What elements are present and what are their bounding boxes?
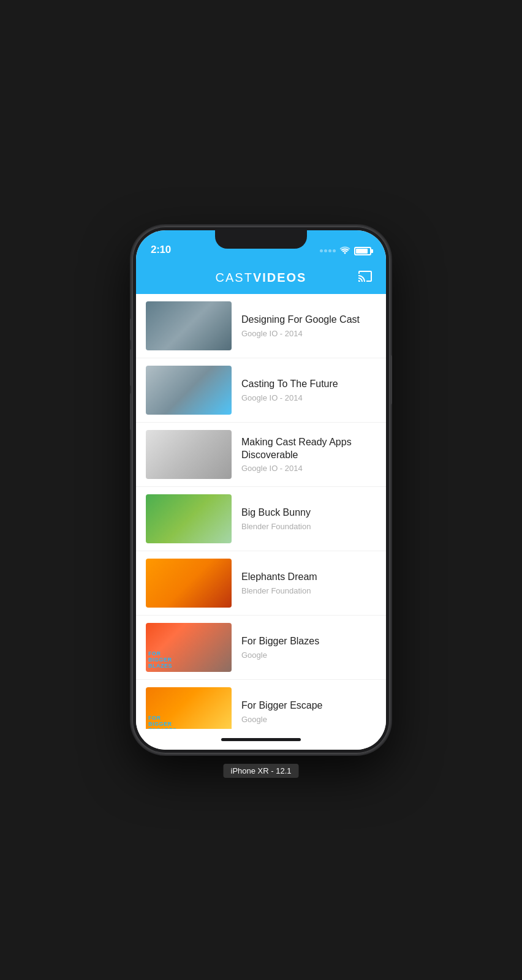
video-subtitle: Google IO - 2014 xyxy=(241,464,376,473)
video-list-item[interactable]: Making Cast Ready Apps DiscoverableGoogl… xyxy=(136,423,386,487)
video-info: Making Cast Ready Apps DiscoverableGoogl… xyxy=(241,436,376,473)
video-thumbnail xyxy=(146,494,232,543)
video-list-item[interactable]: Designing For Google CastGoogle IO - 201… xyxy=(136,294,386,358)
power-button xyxy=(390,355,392,404)
thumb-text: FOR BIGGER ESCAPES xyxy=(148,715,229,729)
video-list-item[interactable]: Elephants DreamBlender Foundation xyxy=(136,551,386,616)
video-subtitle: Google IO - 2014 xyxy=(241,329,376,338)
video-list: Designing For Google CastGoogle IO - 201… xyxy=(136,294,386,729)
home-indicator-area xyxy=(136,729,386,750)
volume-down-button xyxy=(130,393,132,430)
cast-button[interactable] xyxy=(357,269,374,286)
home-bar xyxy=(221,738,301,741)
device-label: iPhone XR - 12.1 xyxy=(223,764,298,778)
volume-up-button xyxy=(130,349,132,386)
video-thumbnail xyxy=(146,301,232,350)
app-title-videos: VIDEOS xyxy=(253,271,307,284)
battery-icon xyxy=(354,247,371,255)
video-info: Big Buck BunnyBlender Foundation xyxy=(241,507,376,531)
video-list-item[interactable]: Casting To The FutureGoogle IO - 2014 xyxy=(136,358,386,423)
app-title-cast: CAST xyxy=(216,271,253,284)
wifi-icon xyxy=(339,246,350,256)
video-subtitle: Google xyxy=(241,650,376,660)
status-time: 2:10 xyxy=(151,244,171,256)
video-thumbnail xyxy=(146,559,232,608)
video-subtitle: Blender Foundation xyxy=(241,522,376,531)
video-title: Making Cast Ready Apps Discoverable xyxy=(241,436,376,462)
video-list-item[interactable]: Big Buck BunnyBlender Foundation xyxy=(136,487,386,551)
thumb-text: FOR BIGGER BLAZES xyxy=(148,651,229,669)
video-title: Designing For Google Cast xyxy=(241,314,376,326)
video-info: For Bigger EscapeGoogle xyxy=(241,699,376,724)
video-title: Elephants Dream xyxy=(241,571,376,584)
app-title: CASTVIDEOS xyxy=(216,271,307,285)
video-thumbnail: FOR BIGGER ESCAPES xyxy=(146,687,232,729)
status-icons xyxy=(320,246,371,256)
video-title: For Bigger Escape xyxy=(241,699,376,712)
mute-button xyxy=(130,318,132,341)
video-subtitle: Google IO - 2014 xyxy=(241,393,376,402)
video-thumbnail xyxy=(146,430,232,479)
notch xyxy=(215,230,307,249)
video-title: Big Buck Bunny xyxy=(241,507,376,519)
video-info: Designing For Google CastGoogle IO - 201… xyxy=(241,314,376,338)
phone-frame: 2:10 xyxy=(132,227,390,753)
video-subtitle: Google xyxy=(241,715,376,724)
video-list-item[interactable]: FOR BIGGER BLAZESFor Bigger BlazesGoogle xyxy=(136,616,386,680)
video-subtitle: Blender Foundation xyxy=(241,586,376,595)
video-info: For Bigger BlazesGoogle xyxy=(241,635,376,660)
video-title: Casting To The Future xyxy=(241,378,376,391)
phone-screen: 2:10 xyxy=(136,230,386,750)
video-thumbnail xyxy=(146,366,232,415)
video-list-item[interactable]: FOR BIGGER ESCAPESFor Bigger EscapeGoogl… xyxy=(136,680,386,729)
video-thumbnail: FOR BIGGER BLAZES xyxy=(146,623,232,672)
video-info: Elephants DreamBlender Foundation xyxy=(241,571,376,595)
signal-icon xyxy=(320,249,336,252)
app-header: CASTVIDEOS xyxy=(136,261,386,294)
video-info: Casting To The FutureGoogle IO - 2014 xyxy=(241,378,376,402)
video-title: For Bigger Blazes xyxy=(241,635,376,648)
